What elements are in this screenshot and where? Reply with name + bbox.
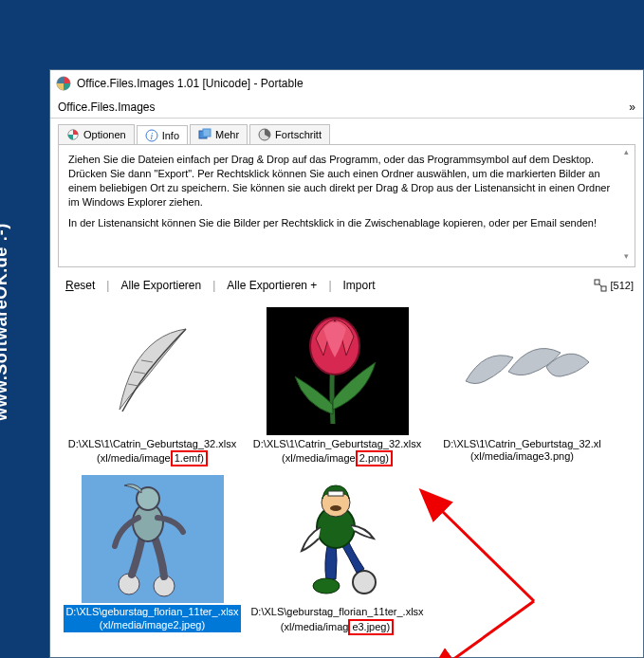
- svg-rect-8: [601, 286, 606, 291]
- tab-mehr[interactable]: Mehr: [190, 124, 248, 144]
- menu-item-office[interactable]: Office.Files.Images: [58, 101, 155, 114]
- separator: |: [326, 279, 333, 292]
- svg-line-24: [439, 508, 534, 601]
- thumbnail-image: [82, 307, 224, 435]
- size-value: [512]: [611, 280, 634, 291]
- highlight-box: 2.png): [356, 450, 393, 466]
- size-indicator[interactable]: [512]: [594, 279, 634, 292]
- info-panel: ▴ Ziehen Sie die Dateien einfach per Dra…: [58, 144, 635, 267]
- app-icon: [56, 76, 71, 91]
- thumbnail-label: D:\XLS\1\Catrin_Geburtstag_32.xlsx (xl/m…: [64, 437, 241, 467]
- thumbnail-label: D:\XLS\1\Catrin_Geburtstag_32.xl (xl/med…: [433, 437, 611, 464]
- tabstrip: Optionen i Info Mehr: [50, 119, 643, 144]
- svg-line-9: [599, 284, 601, 286]
- annotation-arrows: [316, 487, 581, 658]
- svg-rect-5: [203, 129, 211, 137]
- info-paragraph-2: In der Listenansicht können Sie die Bild…: [68, 216, 616, 230]
- info-paragraph-1: Ziehen Sie die Dateien einfach per Drag …: [68, 153, 616, 209]
- thumbnail-image: [451, 307, 594, 435]
- tab-info[interactable]: i Info: [137, 125, 188, 145]
- more-icon: [198, 128, 212, 141]
- tab-label: Fortschritt: [275, 129, 322, 140]
- tab-label: Optionen: [83, 129, 126, 140]
- app-window: Office.Files.Images 1.01 [Unicode] - Por…: [49, 69, 644, 658]
- separator: |: [104, 279, 111, 292]
- scroll-up-icon[interactable]: ▴: [619, 147, 633, 160]
- window-title: Office.Files.Images 1.01 [Unicode] - Por…: [77, 77, 304, 90]
- thumbnail-image: [267, 307, 409, 435]
- toolbar: Reset | Alle Exportieren | Alle Exportie…: [50, 273, 643, 298]
- tab-optionen[interactable]: Optionen: [58, 124, 135, 144]
- svg-line-25: [449, 601, 534, 658]
- thumbnail-label: D:\XLS\geburstag_florian_11ter_.xlsx (xl…: [64, 605, 241, 631]
- titlebar: Office.Files.Images 1.01 [Unicode] - Por…: [50, 70, 643, 97]
- menu-overflow[interactable]: »: [629, 101, 635, 114]
- export-all-button[interactable]: Alle Exportieren: [115, 277, 207, 294]
- thumbnail-image: [82, 475, 224, 603]
- watermark-text: www.SoftwareOK.de :-): [0, 223, 11, 421]
- thumbnail-item[interactable]: D:\XLS\1\Catrin_Geburtstag_32.xl (xl/med…: [430, 303, 615, 471]
- svg-text:i: i: [150, 131, 153, 141]
- options-icon: [66, 128, 80, 141]
- thumbnail-item[interactable]: D:\XLS\1\Catrin_Geburtstag_32.xlsx (xl/m…: [245, 303, 430, 471]
- tab-fortschritt[interactable]: Fortschritt: [249, 124, 330, 144]
- info-text: Ziehen Sie die Dateien einfach per Drag …: [68, 153, 616, 230]
- resize-icon: [594, 279, 607, 292]
- separator: |: [211, 279, 217, 292]
- import-button[interactable]: Import: [338, 277, 381, 294]
- highlight-box: 1.emf): [171, 450, 208, 466]
- tab-label: Mehr: [215, 129, 239, 140]
- tab-label: Info: [162, 130, 179, 141]
- thumbnail-label: D:\XLS\1\Catrin_Geburtstag_32.xlsx (xl/m…: [248, 437, 426, 467]
- info-icon: i: [145, 129, 158, 142]
- export-all-plus-button[interactable]: Alle Exportieren +: [221, 277, 322, 294]
- scroll-down-icon[interactable]: ▾: [619, 251, 633, 265]
- thumbnail-item[interactable]: D:\XLS\1\Catrin_Geburtstag_32.xlsx (xl/m…: [60, 303, 245, 471]
- reset-button[interactable]: Reset: [60, 277, 101, 294]
- progress-icon: [258, 128, 271, 141]
- menubar: Office.Files.Images »: [50, 97, 643, 119]
- thumbnail-item-selected[interactable]: D:\XLS\geburstag_florian_11ter_.xlsx (xl…: [60, 471, 245, 639]
- svg-rect-7: [595, 280, 599, 284]
